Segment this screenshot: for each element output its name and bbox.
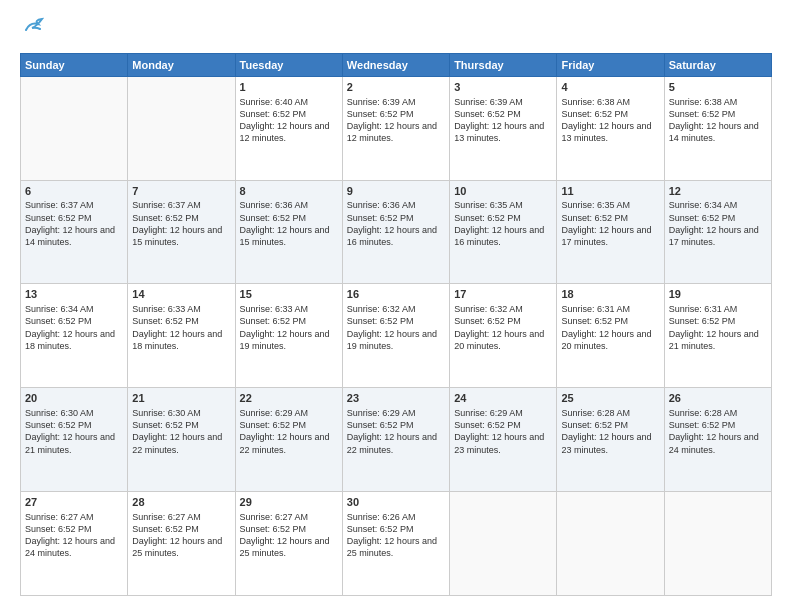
day-number: 21 — [132, 391, 230, 406]
day-info: Sunrise: 6:32 AM Sunset: 6:52 PM Dayligh… — [454, 303, 552, 352]
day-number: 23 — [347, 391, 445, 406]
day-info: Sunrise: 6:35 AM Sunset: 6:52 PM Dayligh… — [561, 199, 659, 248]
day-number: 25 — [561, 391, 659, 406]
day-number: 16 — [347, 287, 445, 302]
day-info: Sunrise: 6:31 AM Sunset: 6:52 PM Dayligh… — [561, 303, 659, 352]
day-number: 14 — [132, 287, 230, 302]
day-number: 29 — [240, 495, 338, 510]
day-number: 13 — [25, 287, 123, 302]
day-info: Sunrise: 6:30 AM Sunset: 6:52 PM Dayligh… — [132, 407, 230, 456]
day-info: Sunrise: 6:39 AM Sunset: 6:52 PM Dayligh… — [347, 96, 445, 145]
calendar-cell: 10Sunrise: 6:35 AM Sunset: 6:52 PM Dayli… — [450, 180, 557, 284]
calendar-cell: 8Sunrise: 6:36 AM Sunset: 6:52 PM Daylig… — [235, 180, 342, 284]
day-info: Sunrise: 6:28 AM Sunset: 6:52 PM Dayligh… — [669, 407, 767, 456]
day-number: 10 — [454, 184, 552, 199]
calendar-week-row: 27Sunrise: 6:27 AM Sunset: 6:52 PM Dayli… — [21, 492, 772, 596]
calendar-week-row: 20Sunrise: 6:30 AM Sunset: 6:52 PM Dayli… — [21, 388, 772, 492]
day-info: Sunrise: 6:38 AM Sunset: 6:52 PM Dayligh… — [669, 96, 767, 145]
day-info: Sunrise: 6:40 AM Sunset: 6:52 PM Dayligh… — [240, 96, 338, 145]
day-info: Sunrise: 6:38 AM Sunset: 6:52 PM Dayligh… — [561, 96, 659, 145]
calendar-cell: 20Sunrise: 6:30 AM Sunset: 6:52 PM Dayli… — [21, 388, 128, 492]
calendar-cell: 26Sunrise: 6:28 AM Sunset: 6:52 PM Dayli… — [664, 388, 771, 492]
calendar-weekday-thursday: Thursday — [450, 53, 557, 76]
calendar-cell: 27Sunrise: 6:27 AM Sunset: 6:52 PM Dayli… — [21, 492, 128, 596]
calendar-cell: 14Sunrise: 6:33 AM Sunset: 6:52 PM Dayli… — [128, 284, 235, 388]
day-number: 22 — [240, 391, 338, 406]
calendar-weekday-wednesday: Wednesday — [342, 53, 449, 76]
day-info: Sunrise: 6:37 AM Sunset: 6:52 PM Dayligh… — [25, 199, 123, 248]
day-info: Sunrise: 6:31 AM Sunset: 6:52 PM Dayligh… — [669, 303, 767, 352]
day-number: 24 — [454, 391, 552, 406]
calendar-cell: 28Sunrise: 6:27 AM Sunset: 6:52 PM Dayli… — [128, 492, 235, 596]
calendar-week-row: 13Sunrise: 6:34 AM Sunset: 6:52 PM Dayli… — [21, 284, 772, 388]
day-info: Sunrise: 6:35 AM Sunset: 6:52 PM Dayligh… — [454, 199, 552, 248]
day-number: 3 — [454, 80, 552, 95]
calendar-cell: 4Sunrise: 6:38 AM Sunset: 6:52 PM Daylig… — [557, 76, 664, 180]
day-number: 8 — [240, 184, 338, 199]
calendar-cell: 25Sunrise: 6:28 AM Sunset: 6:52 PM Dayli… — [557, 388, 664, 492]
calendar-cell: 21Sunrise: 6:30 AM Sunset: 6:52 PM Dayli… — [128, 388, 235, 492]
calendar-cell: 24Sunrise: 6:29 AM Sunset: 6:52 PM Dayli… — [450, 388, 557, 492]
day-number: 6 — [25, 184, 123, 199]
day-number: 19 — [669, 287, 767, 302]
calendar-cell: 7Sunrise: 6:37 AM Sunset: 6:52 PM Daylig… — [128, 180, 235, 284]
calendar-cell: 29Sunrise: 6:27 AM Sunset: 6:52 PM Dayli… — [235, 492, 342, 596]
day-number: 17 — [454, 287, 552, 302]
calendar-weekday-saturday: Saturday — [664, 53, 771, 76]
day-number: 2 — [347, 80, 445, 95]
calendar-cell: 12Sunrise: 6:34 AM Sunset: 6:52 PM Dayli… — [664, 180, 771, 284]
calendar-cell: 23Sunrise: 6:29 AM Sunset: 6:52 PM Dayli… — [342, 388, 449, 492]
day-info: Sunrise: 6:37 AM Sunset: 6:52 PM Dayligh… — [132, 199, 230, 248]
day-info: Sunrise: 6:33 AM Sunset: 6:52 PM Dayligh… — [132, 303, 230, 352]
calendar-cell: 2Sunrise: 6:39 AM Sunset: 6:52 PM Daylig… — [342, 76, 449, 180]
day-info: Sunrise: 6:34 AM Sunset: 6:52 PM Dayligh… — [669, 199, 767, 248]
calendar-cell: 3Sunrise: 6:39 AM Sunset: 6:52 PM Daylig… — [450, 76, 557, 180]
logo-bird-icon — [22, 16, 44, 38]
calendar-cell: 22Sunrise: 6:29 AM Sunset: 6:52 PM Dayli… — [235, 388, 342, 492]
day-info: Sunrise: 6:26 AM Sunset: 6:52 PM Dayligh… — [347, 511, 445, 560]
day-info: Sunrise: 6:29 AM Sunset: 6:52 PM Dayligh… — [454, 407, 552, 456]
calendar-cell — [664, 492, 771, 596]
day-number: 26 — [669, 391, 767, 406]
calendar-cell: 11Sunrise: 6:35 AM Sunset: 6:52 PM Dayli… — [557, 180, 664, 284]
calendar-weekday-tuesday: Tuesday — [235, 53, 342, 76]
day-info: Sunrise: 6:29 AM Sunset: 6:52 PM Dayligh… — [240, 407, 338, 456]
calendar-weekday-sunday: Sunday — [21, 53, 128, 76]
day-number: 7 — [132, 184, 230, 199]
day-number: 18 — [561, 287, 659, 302]
calendar-cell: 16Sunrise: 6:32 AM Sunset: 6:52 PM Dayli… — [342, 284, 449, 388]
day-info: Sunrise: 6:32 AM Sunset: 6:52 PM Dayligh… — [347, 303, 445, 352]
day-number: 11 — [561, 184, 659, 199]
day-number: 15 — [240, 287, 338, 302]
calendar-cell: 5Sunrise: 6:38 AM Sunset: 6:52 PM Daylig… — [664, 76, 771, 180]
day-info: Sunrise: 6:28 AM Sunset: 6:52 PM Dayligh… — [561, 407, 659, 456]
day-info: Sunrise: 6:34 AM Sunset: 6:52 PM Dayligh… — [25, 303, 123, 352]
day-number: 27 — [25, 495, 123, 510]
calendar-cell: 13Sunrise: 6:34 AM Sunset: 6:52 PM Dayli… — [21, 284, 128, 388]
day-info: Sunrise: 6:36 AM Sunset: 6:52 PM Dayligh… — [240, 199, 338, 248]
day-number: 20 — [25, 391, 123, 406]
calendar-cell — [450, 492, 557, 596]
day-info: Sunrise: 6:39 AM Sunset: 6:52 PM Dayligh… — [454, 96, 552, 145]
calendar-cell: 15Sunrise: 6:33 AM Sunset: 6:52 PM Dayli… — [235, 284, 342, 388]
day-number: 4 — [561, 80, 659, 95]
day-info: Sunrise: 6:33 AM Sunset: 6:52 PM Dayligh… — [240, 303, 338, 352]
day-info: Sunrise: 6:27 AM Sunset: 6:52 PM Dayligh… — [25, 511, 123, 560]
calendar-cell: 9Sunrise: 6:36 AM Sunset: 6:52 PM Daylig… — [342, 180, 449, 284]
day-number: 9 — [347, 184, 445, 199]
calendar-weekday-monday: Monday — [128, 53, 235, 76]
day-info: Sunrise: 6:36 AM Sunset: 6:52 PM Dayligh… — [347, 199, 445, 248]
calendar-cell — [557, 492, 664, 596]
day-number: 1 — [240, 80, 338, 95]
day-info: Sunrise: 6:29 AM Sunset: 6:52 PM Dayligh… — [347, 407, 445, 456]
day-number: 12 — [669, 184, 767, 199]
day-info: Sunrise: 6:30 AM Sunset: 6:52 PM Dayligh… — [25, 407, 123, 456]
logo — [20, 16, 44, 43]
calendar-cell: 17Sunrise: 6:32 AM Sunset: 6:52 PM Dayli… — [450, 284, 557, 388]
header — [20, 16, 772, 43]
calendar-table: SundayMondayTuesdayWednesdayThursdayFrid… — [20, 53, 772, 596]
day-info: Sunrise: 6:27 AM Sunset: 6:52 PM Dayligh… — [132, 511, 230, 560]
calendar-header-row: SundayMondayTuesdayWednesdayThursdayFrid… — [21, 53, 772, 76]
page: SundayMondayTuesdayWednesdayThursdayFrid… — [0, 0, 792, 612]
day-number: 28 — [132, 495, 230, 510]
